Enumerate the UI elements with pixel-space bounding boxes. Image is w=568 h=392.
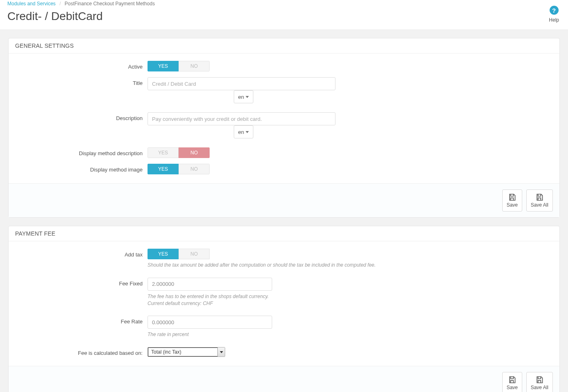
chevron-down-icon bbox=[246, 96, 249, 98]
select-fee-base-value: Total (inc Tax) bbox=[148, 347, 225, 357]
label-fee-rate: Fee Rate bbox=[17, 316, 148, 325]
help-button[interactable]: ? Help bbox=[549, 6, 559, 23]
lang-selector-description[interactable]: en bbox=[234, 125, 253, 138]
toggle-display-image[interactable]: YES NO bbox=[148, 164, 210, 174]
toggle-display-description[interactable]: YES NO bbox=[148, 147, 210, 158]
label-active: Active bbox=[17, 61, 148, 70]
panel-header-fee: PAYMENT FEE bbox=[9, 226, 559, 241]
label-fee-base: Fee is calculated based on: bbox=[17, 347, 148, 356]
toggle-display-description-yes[interactable]: YES bbox=[148, 147, 179, 158]
toggle-display-image-no[interactable]: NO bbox=[179, 164, 210, 174]
help-text-add-tax: Should the tax amount be added after the… bbox=[148, 262, 376, 269]
select-fee-base[interactable]: Total (inc Tax) bbox=[148, 347, 225, 357]
panel-payment-fee: PAYMENT FEE Add tax YES NO Should the ta… bbox=[8, 226, 560, 392]
toggle-active[interactable]: YES NO bbox=[148, 61, 210, 71]
toggle-display-image-yes[interactable]: YES bbox=[148, 164, 179, 174]
input-description[interactable] bbox=[148, 112, 335, 125]
save-button-label: Save bbox=[507, 202, 518, 208]
help-icon: ? bbox=[550, 6, 559, 15]
save-icon bbox=[535, 376, 543, 384]
lang-selector-description-label: en bbox=[238, 129, 244, 135]
label-display-method-description: Display method description bbox=[17, 147, 148, 156]
toggle-add-tax[interactable]: YES NO bbox=[148, 249, 376, 259]
help-text-fee-fixed-2: Current default currency: CHF bbox=[148, 300, 272, 307]
toggle-display-description-no[interactable]: NO bbox=[179, 147, 210, 158]
chevron-down-icon bbox=[246, 131, 249, 133]
save-all-button-label: Save All bbox=[531, 202, 548, 208]
help-label: Help bbox=[549, 17, 559, 23]
breadcrumb-current: PostFinance Checkout Payment Methods bbox=[65, 1, 155, 7]
panel-footer-general: Save Save All bbox=[9, 183, 559, 217]
panel-header-general: GENERAL SETTINGS bbox=[9, 38, 559, 53]
save-button-label: Save bbox=[507, 385, 518, 390]
label-fee-fixed: Fee Fixed bbox=[17, 278, 148, 287]
toggle-add-tax-yes[interactable]: YES bbox=[148, 249, 179, 259]
lang-selector-title[interactable]: en bbox=[234, 90, 253, 103]
save-button[interactable]: Save bbox=[502, 189, 522, 212]
content-area: GENERAL SETTINGS Active YES NO Title en bbox=[0, 29, 568, 392]
breadcrumb-separator: / bbox=[57, 1, 63, 7]
input-fee-fixed[interactable] bbox=[148, 278, 272, 291]
toggle-add-tax-no[interactable]: NO bbox=[179, 249, 210, 259]
label-title: Title bbox=[17, 77, 148, 86]
label-description: Description bbox=[17, 112, 148, 121]
help-text-fee-fixed-1: The fee has to be entered in the shops d… bbox=[148, 293, 272, 300]
toggle-active-no[interactable]: NO bbox=[179, 61, 210, 71]
input-fee-rate[interactable] bbox=[148, 316, 272, 329]
breadcrumb-root[interactable]: Modules and Services bbox=[7, 1, 56, 7]
save-all-button[interactable]: Save All bbox=[526, 372, 553, 392]
help-text-fee-rate: The rate in percent bbox=[148, 331, 272, 338]
toggle-active-yes[interactable]: YES bbox=[148, 61, 179, 71]
save-button[interactable]: Save bbox=[502, 372, 522, 392]
panel-footer-fee: Save Save All bbox=[9, 366, 559, 392]
save-icon bbox=[535, 193, 543, 201]
select-fee-base-button[interactable] bbox=[217, 347, 225, 356]
save-all-button[interactable]: Save All bbox=[526, 189, 553, 212]
save-icon bbox=[508, 376, 516, 384]
save-all-button-label: Save All bbox=[531, 385, 548, 390]
save-icon bbox=[508, 193, 516, 201]
lang-selector-title-label: en bbox=[238, 94, 244, 100]
panel-general-settings: GENERAL SETTINGS Active YES NO Title en bbox=[8, 38, 560, 218]
page-header: Modules and Services / PostFinance Check… bbox=[0, 0, 568, 29]
page-title: Credit- / DebitCard bbox=[7, 10, 561, 23]
chevron-down-icon bbox=[220, 351, 223, 353]
breadcrumb: Modules and Services / PostFinance Check… bbox=[7, 0, 561, 7]
label-add-tax: Add tax bbox=[17, 249, 148, 258]
input-title[interactable] bbox=[148, 77, 335, 90]
label-display-method-image: Display method image bbox=[17, 164, 148, 173]
